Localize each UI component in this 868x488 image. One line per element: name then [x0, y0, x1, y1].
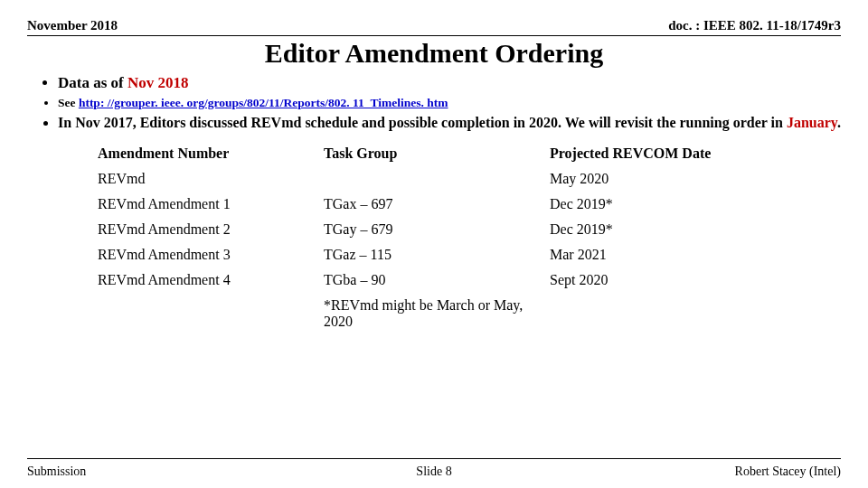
cell-taskgroup: TGba – 90 [324, 267, 550, 293]
table-row: REVmd Amendment 2 TGay – 679 Dec 2019* [98, 217, 839, 242]
slide-footer: Submission Slide 8 Robert Stacey (Intel) [27, 465, 841, 479]
col-header-revcom: Projected REVCOM Date [550, 141, 821, 166]
slide-page: November 2018 doc. : IEEE 802. 11-18/174… [0, 0, 868, 488]
cell-amendment: REVmd Amendment 3 [98, 242, 324, 267]
footer-divider [27, 458, 841, 459]
timelines-link[interactable]: http: //grouper. ieee. org/groups/802/11… [79, 96, 448, 109]
cell-amendment: REVmd [98, 166, 324, 192]
bullet-text: See [58, 96, 79, 109]
cell-taskgroup: TGaz – 115 [324, 242, 550, 267]
cell-amendment: REVmd Amendment 2 [98, 217, 324, 242]
table-row: REVmd Amendment 1 TGax – 697 Dec 2019* [98, 192, 839, 217]
bullet-list: Data as of Nov 2018 See http: //grouper.… [27, 74, 841, 132]
table-footnote-row: *REVmd might be March or May, 2020 [98, 293, 839, 334]
cell-empty [550, 293, 821, 334]
table-row: REVmd May 2020 [98, 166, 839, 192]
slide-header: November 2018 doc. : IEEE 802. 11-18/174… [27, 18, 841, 36]
cell-taskgroup [324, 166, 550, 192]
cell-taskgroup: TGax – 697 [324, 192, 550, 217]
slide-title: Editor Amendment Ordering [27, 38, 841, 69]
cell-taskgroup: TGay – 679 [324, 217, 550, 242]
cell-amendment: REVmd Amendment 1 [98, 192, 324, 217]
cell-revcom: Dec 2019* [550, 192, 821, 217]
table-row: REVmd Amendment 3 TGaz – 115 Mar 2021 [98, 242, 839, 267]
bullet-text: Data as of [58, 74, 127, 91]
cell-revcom: May 2020 [550, 166, 821, 192]
header-docid: doc. : IEEE 802. 11-18/1749r3 [668, 18, 841, 33]
bullet-red-text: Nov 2018 [127, 74, 189, 91]
table-row: REVmd Amendment 4 TGba – 90 Sept 2020 [98, 267, 839, 293]
col-header-taskgroup: Task Group [324, 141, 550, 166]
col-header-amendment: Amendment Number [98, 141, 324, 166]
table-header-row: Amendment Number Task Group Projected RE… [98, 141, 839, 166]
bullet-text: In Nov 2017, Editors discussed REVmd sch… [58, 115, 787, 130]
cell-revcom: Mar 2021 [550, 242, 821, 267]
footer-slide-number: Slide 8 [27, 465, 841, 479]
bullet-data-as-of: Data as of Nov 2018 [58, 74, 841, 92]
cell-amendment: REVmd Amendment 4 [98, 267, 324, 293]
bullet-text: . [837, 115, 841, 130]
cell-revcom: Dec 2019* [550, 217, 821, 242]
bullet-revisit: In Nov 2017, Editors discussed REVmd sch… [58, 114, 841, 132]
cell-revcom: Sept 2020 [550, 267, 821, 293]
cell-empty [98, 293, 324, 334]
bullet-red-text: January [787, 115, 837, 130]
amendment-table: Amendment Number Task Group Projected RE… [98, 141, 839, 334]
cell-footnote: *REVmd might be March or May, 2020 [324, 293, 550, 334]
header-date: November 2018 [27, 18, 118, 33]
bullet-see-link: See http: //grouper. ieee. org/groups/80… [58, 96, 841, 110]
